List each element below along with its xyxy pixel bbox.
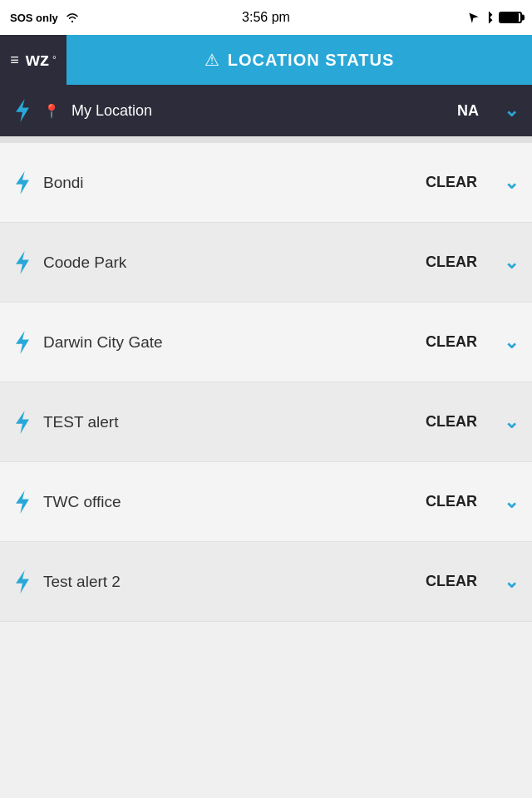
location-item[interactable]: Test alert 2 CLEAR ⌄ bbox=[0, 542, 532, 622]
warning-triangle-icon: ⚠ bbox=[204, 50, 219, 70]
location-item-name: Bondi bbox=[43, 174, 414, 192]
bluetooth-icon bbox=[485, 11, 494, 24]
location-item-status: CLEAR bbox=[426, 493, 477, 510]
svg-marker-4 bbox=[16, 330, 29, 353]
my-location-status: NA bbox=[457, 102, 479, 120]
bolt-icon bbox=[13, 250, 32, 275]
location-item-chevron-icon: ⌄ bbox=[504, 252, 519, 273]
svg-marker-6 bbox=[16, 490, 29, 513]
sos-label: SOS only bbox=[10, 12, 58, 24]
location-item-status: CLEAR bbox=[426, 413, 477, 431]
status-bar-left: SOS only bbox=[10, 12, 80, 24]
bolt-icon bbox=[13, 410, 32, 435]
svg-marker-7 bbox=[16, 569, 29, 593]
location-item[interactable]: Coode Park CLEAR ⌄ bbox=[0, 223, 532, 303]
location-item-name: TEST alert bbox=[43, 413, 414, 431]
location-item[interactable]: Bondi CLEAR ⌄ bbox=[0, 143, 532, 223]
section-divider bbox=[0, 136, 532, 143]
location-item-chevron-icon: ⌄ bbox=[504, 571, 519, 593]
status-bar: SOS only 3:56 pm bbox=[0, 0, 532, 35]
location-item[interactable]: TEST alert CLEAR ⌄ bbox=[0, 382, 532, 462]
hamburger-icon: ≡ bbox=[10, 52, 19, 69]
header-title-text: LOCATION STATUS bbox=[228, 51, 395, 70]
location-item-chevron-icon: ⌄ bbox=[504, 332, 519, 353]
location-item-name: Coode Park bbox=[43, 254, 414, 272]
bolt-icon bbox=[13, 330, 32, 355]
location-item[interactable]: TWC office CLEAR ⌄ bbox=[0, 462, 532, 542]
status-bar-right bbox=[468, 11, 522, 24]
logo-text: wz bbox=[26, 49, 49, 71]
my-location-chevron-icon: ⌄ bbox=[504, 100, 519, 121]
location-item-chevron-icon: ⌄ bbox=[504, 172, 519, 194]
bolt-icon bbox=[13, 490, 32, 515]
location-item-name: Test alert 2 bbox=[43, 573, 414, 591]
location-item-chevron-icon: ⌄ bbox=[504, 491, 519, 513]
status-bar-time: 3:56 pm bbox=[242, 10, 290, 25]
location-item-name: TWC office bbox=[43, 493, 414, 511]
svg-marker-1 bbox=[16, 99, 29, 122]
battery-icon bbox=[499, 12, 522, 23]
location-item-status: CLEAR bbox=[426, 174, 477, 191]
location-item[interactable]: Darwin City Gate CLEAR ⌄ bbox=[0, 303, 532, 382]
location-item-chevron-icon: ⌄ bbox=[504, 411, 519, 433]
header-title: ⚠ LOCATION STATUS bbox=[66, 35, 532, 85]
bolt-icon bbox=[13, 170, 32, 195]
my-location-row[interactable]: 📍 My Location NA ⌄ bbox=[0, 85, 532, 136]
logo-degree: ° bbox=[52, 54, 57, 66]
location-arrow-icon bbox=[468, 12, 480, 23]
bolt-icon bbox=[13, 98, 32, 123]
svg-marker-2 bbox=[16, 170, 29, 194]
app-header: ≡ wz° ⚠ LOCATION STATUS bbox=[0, 35, 532, 85]
location-item-status: CLEAR bbox=[426, 333, 477, 351]
svg-marker-3 bbox=[16, 250, 29, 273]
wifi-icon bbox=[65, 12, 80, 23]
bolt-icon bbox=[13, 569, 32, 594]
location-item-status: CLEAR bbox=[426, 254, 477, 271]
location-item-name: Darwin City Gate bbox=[43, 333, 414, 352]
my-location-label: My Location bbox=[71, 102, 446, 120]
location-item-status: CLEAR bbox=[426, 573, 477, 590]
locations-list: Bondi CLEAR ⌄ Coode Park CLEAR ⌄ Darwin … bbox=[0, 143, 532, 622]
svg-marker-5 bbox=[16, 410, 29, 433]
location-pin-icon: 📍 bbox=[43, 103, 60, 119]
header-menu[interactable]: ≡ wz° bbox=[0, 35, 66, 85]
